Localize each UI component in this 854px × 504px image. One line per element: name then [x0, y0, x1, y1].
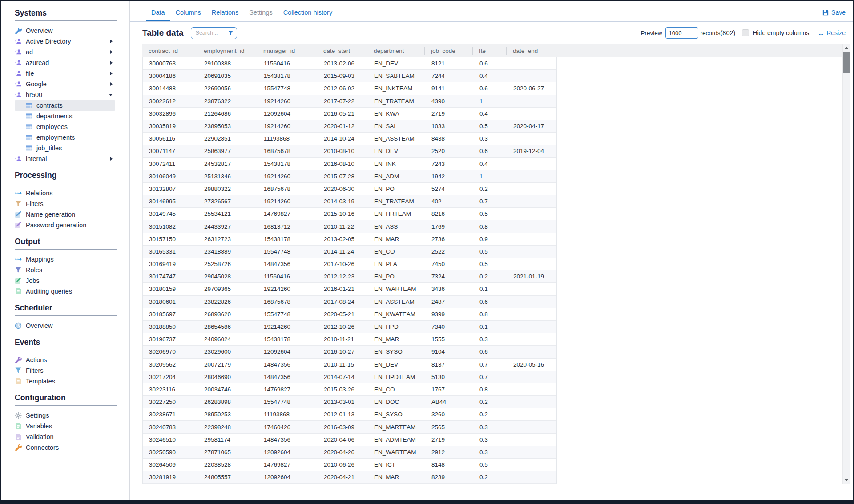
chevron-right-icon	[110, 40, 113, 43]
sidebar-item-scheduler-overview[interactable]: Overview	[15, 320, 115, 331]
section-title-output: Output	[15, 237, 129, 246]
chevron-right-icon	[110, 82, 113, 86]
table-cell: EN_SABTEAM	[368, 70, 425, 82]
sidebar-item-systems-google[interactable]: Google	[15, 79, 115, 89]
tab-relations[interactable]: Relations	[206, 1, 244, 21]
table-header: contract_idemployment_idmanager_iddate_s…	[142, 44, 850, 57]
table-row: 3018060123822826168756782017-08-24EN_ASS…	[143, 296, 556, 308]
vertical-scrollbar[interactable]	[842, 44, 850, 484]
scroll-down-button[interactable]	[843, 476, 850, 484]
sidebar-item-configuration-validation[interactable]: Validation	[15, 431, 115, 442]
sidebar-item-systems-hr500[interactable]: hr500	[15, 89, 115, 100]
sidebar-item-processing-name-generation[interactable]: Name generation	[15, 209, 115, 220]
table-cell: 2014-11-24	[318, 246, 368, 258]
sidebar-item-label: Settings	[26, 412, 49, 419]
sidebar-section-output: OutputMappingsRolesJobsAuditing queries	[15, 237, 129, 297]
table-cell	[507, 133, 556, 145]
users-icon	[15, 48, 22, 56]
table-cell: 30223116	[143, 383, 198, 395]
sidebar: SystemsOverviewActive Directoryadazuread…	[1, 1, 130, 500]
sidebar-item-configuration-variables[interactable]: Variables	[15, 421, 115, 431]
table-cell: 0.6	[473, 145, 507, 157]
table-cell: 4390	[425, 95, 473, 107]
sidebar-item-systems-ad[interactable]: ad	[15, 47, 115, 57]
hide-empty-checkbox[interactable]	[742, 29, 749, 36]
table-cell: 30174747	[143, 270, 198, 282]
sidebar-item-systems-overview[interactable]: Overview	[15, 25, 115, 36]
sidebar-item-events-templates[interactable]: Templates	[15, 376, 115, 387]
sidebar-item-configuration-connectors[interactable]: Connectors	[15, 442, 115, 453]
table-cell: 2020-04-06	[318, 434, 368, 446]
table-cell: 19214260	[258, 120, 318, 132]
sidebar-item-processing-filters[interactable]: Filters	[15, 198, 115, 209]
sidebar-item-processing-relations[interactable]: Relations	[15, 188, 115, 198]
sidebar-item-systems-employments[interactable]: employments	[15, 132, 115, 143]
sidebar-item-configuration-settings[interactable]: Settings	[15, 410, 115, 421]
sidebar-item-systems-azuread[interactable]: azuread	[15, 57, 115, 68]
table-cell: 28950253	[198, 408, 258, 420]
tab-columns[interactable]: Columns	[170, 1, 206, 21]
sidebar-item-label: file	[26, 70, 34, 77]
table-cell: 2020-06-30	[318, 183, 368, 195]
table-cell: EN_HPD	[368, 321, 425, 333]
table-cell	[507, 333, 556, 345]
table-cell: 29581174	[198, 434, 258, 446]
tab-collection-history[interactable]: Collection history	[278, 1, 338, 21]
table-cell: 2012-12-23	[318, 270, 368, 282]
table-cell: 30217204	[143, 371, 198, 383]
sidebar-section-scheduler: SchedulerOverview	[15, 303, 129, 331]
table-cell: 25863977	[198, 145, 258, 157]
sidebar-item-systems-contracts[interactable]: contracts	[15, 100, 115, 111]
sidebar-item-systems-departments[interactable]: departments	[15, 111, 115, 121]
table-cell: 2010-11-21	[318, 333, 368, 345]
resize-button[interactable]: ↔ Resize	[818, 29, 846, 36]
sidebar-item-label: Mappings	[26, 256, 54, 263]
table-cell: EN_DEV	[368, 359, 425, 371]
table-cell: EN_KWATEAM	[368, 308, 425, 320]
sidebar-item-processing-password-generation[interactable]: Password generation	[15, 220, 115, 230]
sidebar-item-output-jobs[interactable]: Jobs	[15, 275, 115, 286]
sidebar-item-systems-employees[interactable]: employees	[15, 121, 115, 132]
sidebar-item-systems-file[interactable]: file	[15, 68, 115, 79]
table-row: 3023867128950253111938682012-01-13EN_SYS…	[143, 408, 556, 421]
save-button[interactable]: Save	[822, 1, 846, 22]
table-cell: 2020-04-26	[318, 446, 368, 458]
table-cell: 30151082	[143, 220, 198, 232]
table-cell: 29880322	[198, 183, 258, 195]
page-title: Table data	[142, 28, 184, 38]
table-cell: 2520	[425, 145, 473, 157]
sidebar-item-events-actions[interactable]: Actions	[15, 355, 115, 365]
filter-funnel-icon[interactable]	[228, 30, 234, 36]
table-cell: 14847356	[258, 371, 318, 383]
table-cell: EN_CO	[368, 383, 425, 395]
toolbar: Table data Preview records(802) Hide emp…	[130, 22, 853, 44]
scroll-up-button[interactable]	[843, 44, 850, 52]
sidebar-item-label: Roles	[26, 266, 42, 274]
table-cell: 30169419	[143, 258, 198, 270]
sidebar-item-output-roles[interactable]: Roles	[15, 265, 115, 275]
sidebar-item-events-filters[interactable]: Filters	[15, 365, 115, 376]
sidebar-item-systems-internal[interactable]: internal	[15, 153, 115, 164]
table-cell: 0.4	[473, 108, 507, 120]
table-cell: 2010-06-26	[318, 459, 368, 471]
tab-settings[interactable]: Settings	[244, 1, 278, 21]
tab-bar: DataColumnsRelationsSettingsCollection h…	[130, 1, 853, 22]
table-cell: 14769827	[258, 459, 318, 471]
sidebar-item-output-mappings[interactable]: Mappings	[15, 254, 115, 265]
preview-records-input[interactable]	[665, 27, 698, 39]
tab-data[interactable]: Data	[146, 1, 170, 21]
funnel-icon	[15, 367, 22, 374]
sidebar-item-systems-job-titles[interactable]: job_titles	[15, 143, 115, 153]
sidebar-item-label: Overview	[26, 322, 52, 329]
sidebar-item-systems-active-directory[interactable]: Active Directory	[15, 36, 115, 47]
scrollbar-thumb[interactable]	[843, 52, 850, 73]
sidebar-item-label: Validation	[26, 433, 54, 440]
table-cell: EN_ICT	[368, 459, 425, 471]
search-input[interactable]	[195, 29, 226, 36]
sidebar-item-output-auditing-queries[interactable]: Auditing queries	[15, 286, 115, 297]
table-icon	[25, 145, 32, 152]
section-title-processing: Processing	[15, 170, 129, 180]
table-cell: 2020-04-17	[507, 120, 556, 132]
table-row: 3020697023029600120926042016-10-27EN_SYS…	[143, 346, 556, 358]
table-cell: 0.6	[473, 82, 507, 94]
